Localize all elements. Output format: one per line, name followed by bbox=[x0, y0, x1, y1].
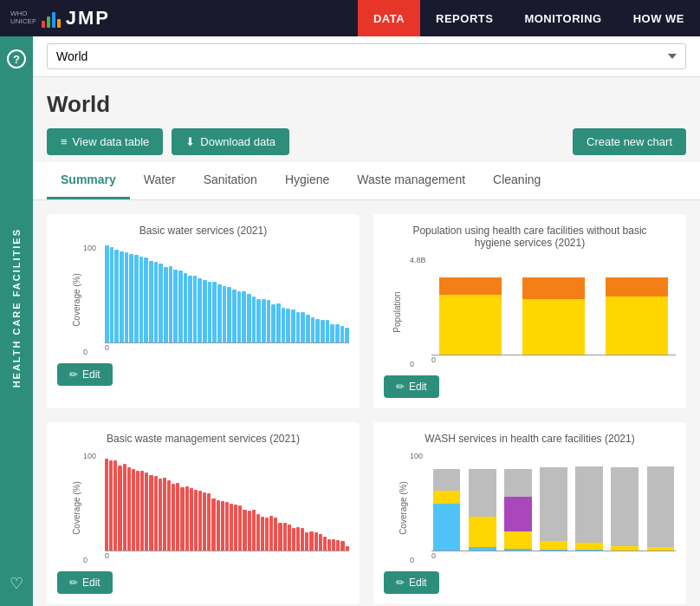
tick-4-8b: 4.8B bbox=[410, 256, 426, 264]
bar bbox=[164, 267, 168, 344]
chart-hygiene-population: Population using health care facilities … bbox=[373, 214, 686, 408]
chart1-edit-button[interactable]: ✏ Edit bbox=[57, 363, 113, 386]
bar bbox=[327, 539, 331, 551]
chart3-y-label: Coverage (%) bbox=[72, 481, 81, 535]
left-sidebar: ? HEALTH CARE FACILITIES ♡ bbox=[0, 36, 33, 606]
create-new-chart-button[interactable]: Create new chart bbox=[573, 128, 686, 155]
bar bbox=[105, 245, 109, 343]
bar bbox=[154, 476, 158, 551]
bar bbox=[129, 254, 133, 343]
bar bbox=[198, 278, 202, 343]
bar bbox=[185, 486, 189, 551]
bar bbox=[110, 247, 114, 343]
chart3-edit-button[interactable]: ✏ Edit bbox=[57, 571, 113, 594]
wash-bar-segment bbox=[433, 469, 461, 491]
chart2-edit-button[interactable]: ✏ Edit bbox=[384, 375, 439, 398]
bar bbox=[223, 286, 227, 343]
bar bbox=[321, 320, 325, 343]
tick-0b: 0 bbox=[410, 360, 426, 368]
wash-stacked-col bbox=[431, 452, 462, 551]
chart1-wrapper: Coverage (%) 100 0 0 bbox=[57, 244, 349, 356]
nav-reports[interactable]: REPORTS bbox=[420, 0, 509, 36]
nav-monitoring[interactable]: MONITORING bbox=[509, 0, 617, 36]
bar bbox=[323, 537, 327, 551]
who-unicef-label: WHOUNICEF bbox=[10, 10, 36, 26]
bar bbox=[306, 315, 310, 343]
bar bbox=[345, 328, 349, 343]
logo-area: WHOUNICEF JMP bbox=[0, 7, 120, 29]
bar bbox=[326, 320, 330, 343]
bar bbox=[301, 528, 304, 551]
page-title: World bbox=[47, 91, 686, 118]
tick4-100: 100 bbox=[410, 452, 423, 460]
tab-hygiene[interactable]: Hygiene bbox=[271, 162, 343, 199]
chart2-zero: 0 bbox=[431, 355, 436, 364]
orange-bar bbox=[606, 277, 668, 296]
chart1-bars bbox=[105, 244, 349, 343]
tab-water[interactable]: Water bbox=[130, 162, 190, 199]
bar bbox=[309, 531, 313, 551]
tick3-0: 0 bbox=[83, 556, 96, 564]
bar bbox=[237, 291, 242, 343]
orange-bar bbox=[522, 277, 585, 299]
wash-bar-segment bbox=[575, 543, 603, 550]
wash-stacked-col bbox=[610, 452, 640, 551]
chart2-inner: 4.8B 0 0 bbox=[410, 256, 676, 368]
wash-stacked-col bbox=[645, 452, 676, 551]
bar bbox=[114, 250, 119, 343]
bar bbox=[207, 493, 211, 551]
bar bbox=[118, 466, 121, 551]
tab-cleaning[interactable]: Cleaning bbox=[479, 162, 554, 199]
chart4-title: WASH services in health care facilities … bbox=[384, 433, 676, 445]
chart2-y-ticks: 4.8B 0 bbox=[410, 256, 426, 368]
wash-bar-segment bbox=[540, 467, 567, 541]
pulse-icon: ♡ bbox=[10, 574, 23, 593]
region-select[interactable]: World bbox=[47, 43, 686, 69]
tab-waste-management[interactable]: Waste management bbox=[343, 162, 479, 199]
download-data-button[interactable]: ⬇ Download data bbox=[172, 128, 289, 155]
bar bbox=[167, 480, 171, 551]
stacked-col bbox=[515, 256, 593, 355]
chart4-stacked-bars bbox=[431, 452, 676, 551]
bar bbox=[203, 280, 207, 343]
nav-how-we-work[interactable]: HOW WE bbox=[618, 0, 700, 36]
bar bbox=[169, 266, 173, 343]
chart1-y-label: Coverage (%) bbox=[72, 273, 81, 327]
chart3-bars bbox=[105, 452, 349, 551]
chart4-x-axis bbox=[431, 551, 676, 551]
bar bbox=[291, 310, 295, 343]
bar bbox=[274, 518, 277, 551]
bar bbox=[286, 309, 290, 344]
bar bbox=[198, 491, 202, 551]
bar bbox=[217, 284, 222, 343]
nav-items: DATA REPORTS MONITORING HOW WE bbox=[358, 0, 700, 36]
bar bbox=[296, 312, 301, 343]
chart2-wrapper: Population 4.8B 0 0 bbox=[384, 256, 676, 368]
bar bbox=[136, 471, 139, 551]
bar bbox=[243, 510, 246, 551]
view-data-table-button[interactable]: ≡ View data table bbox=[47, 128, 163, 155]
bar bbox=[267, 300, 271, 343]
chart1-title: Basic water services (2021) bbox=[57, 225, 349, 237]
yellow-bar bbox=[606, 296, 668, 355]
bar bbox=[232, 290, 237, 343]
chart-water-services: Basic water services (2021) Coverage (%)… bbox=[47, 214, 360, 408]
main-content: World World ≡ View data table ⬇ Download… bbox=[33, 36, 700, 606]
bar bbox=[252, 510, 256, 551]
bar bbox=[180, 487, 184, 551]
chart1-x-axis bbox=[105, 342, 349, 343]
wash-stacked-col bbox=[538, 452, 568, 551]
wash-stacked-col bbox=[467, 452, 497, 551]
action-buttons: ≡ View data table ⬇ Download data Create… bbox=[47, 128, 686, 155]
chart4-edit-button[interactable]: ✏ Edit bbox=[384, 571, 439, 594]
chart4-y-label: Coverage (%) bbox=[399, 481, 408, 535]
bar bbox=[188, 276, 192, 343]
help-icon[interactable]: ? bbox=[7, 49, 26, 68]
tab-summary[interactable]: Summary bbox=[47, 162, 130, 199]
chart3-zero: 0 bbox=[105, 551, 109, 560]
bar bbox=[330, 324, 334, 343]
orange-bar bbox=[439, 277, 502, 295]
nav-data[interactable]: DATA bbox=[358, 0, 420, 36]
tab-sanitation[interactable]: Sanitation bbox=[190, 162, 271, 199]
chart3-x-axis bbox=[105, 551, 349, 551]
